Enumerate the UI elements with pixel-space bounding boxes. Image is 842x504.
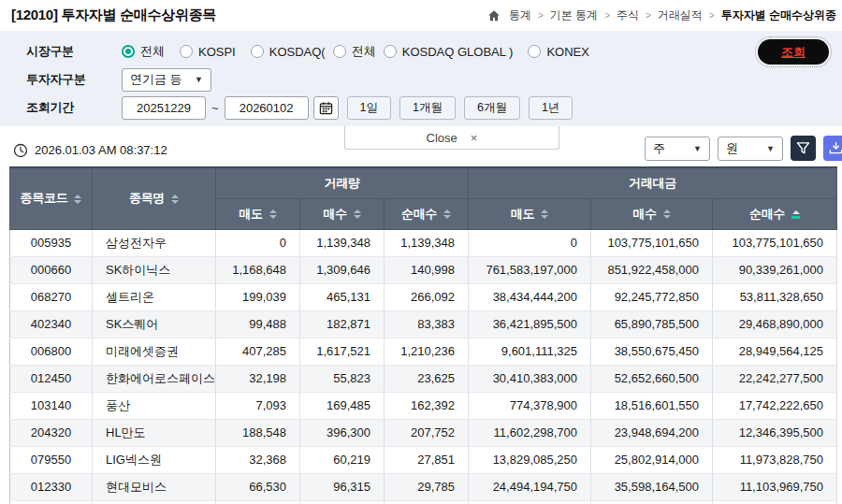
stock-name: 현대모비스 [93, 473, 216, 500]
filter-row-market: 시장구분 전체 KOSPI KOSDAQ( 전체 KOSDAQ GLOBAL )… [26, 37, 842, 65]
radio-kospi[interactable]: KOSPI [180, 45, 236, 59]
radio-all[interactable]: 전체 [122, 43, 165, 60]
group-header-value: 거래대금 [469, 167, 837, 198]
table-row[interactable]: 068270셀트리온199,039465,131266,09238,434,44… [10, 283, 837, 310]
cell-value: 53,811,328,650 [713, 283, 837, 310]
home-icon[interactable] [487, 9, 501, 22]
table-row[interactable]: 012450한화에어로스페이스32,19855,82323,62530,410,… [10, 365, 837, 392]
table-row[interactable]: 079550LIG넥스원32,36860,21927,85113,829,085… [10, 446, 837, 473]
sort-icon[interactable] [663, 209, 671, 219]
stock-name: 풍산 [93, 392, 216, 419]
cell-value: 1,168,648 [216, 256, 300, 283]
breadcrumb-separator: > [646, 10, 651, 21]
chevron-down-icon: ▼ [766, 144, 775, 153]
table-row[interactable]: 012330현대모비스66,53096,31529,78524,494,194,… [10, 473, 837, 500]
table-row[interactable]: 103140풍산7,093169,485162,392774,378,90018… [10, 392, 837, 419]
cell-value: 90,339,261,000 [713, 256, 837, 283]
cell-value: 169,485 [300, 392, 385, 419]
cell-value: 266,092 [385, 283, 469, 310]
cell-value: 25,802,914,000 [591, 446, 713, 473]
cell-value: 761,583,197,000 [469, 256, 591, 283]
radio-kosdaq-global[interactable]: KOSDAQ GLOBAL ) [384, 45, 514, 59]
table-row[interactable]: 006800미래에셋증권407,2851,617,5211,210,2369,6… [10, 338, 837, 365]
cell-value: 11,602,298,700 [469, 419, 591, 446]
col-header-val-net[interactable]: 순매수 [713, 198, 837, 229]
cell-value: 66,530 [216, 473, 300, 500]
sort-icon[interactable] [541, 209, 548, 219]
breadcrumb-item[interactable]: 거래실적 [658, 7, 703, 23]
cell-value: 140,998 [385, 256, 469, 283]
toolbar-tools: 주 ▼ 원 ▼ [645, 136, 842, 161]
filter-button[interactable] [791, 136, 816, 161]
title-bar: [12010] 투자자별 순매수상위종목 통계> 기본 통계> 주식> 거래실적… [0, 0, 842, 31]
radio-konex[interactable]: KONEX [528, 45, 589, 59]
cell-value: 83,383 [385, 310, 469, 338]
sort-icon[interactable] [74, 194, 81, 204]
cell-value: 1,210,236 [385, 338, 469, 365]
market-label: 시장구분 [26, 43, 122, 60]
cell-value: 903,805,800 [469, 500, 591, 504]
stock-code: 000660 [10, 256, 93, 283]
table-row[interactable]: 005935삼성전자우01,139,3481,139,3480103,775,1… [10, 229, 837, 256]
radio-selected-icon [122, 45, 135, 58]
sort-icon[interactable] [354, 209, 361, 219]
search-button[interactable]: 조회 [758, 39, 829, 65]
col-header-vol-sell[interactable]: 매도 [216, 198, 300, 229]
col-header-vol-net[interactable]: 순매수 [385, 198, 469, 229]
table-row[interactable]: 000660SK하이닉스1,168,6481,309,646140,998761… [10, 256, 837, 283]
breadcrumb-item[interactable]: 통계 [509, 7, 531, 23]
period-1month-button[interactable]: 1개월 [399, 96, 456, 120]
cell-value: 774,378,900 [469, 392, 591, 419]
download-button[interactable] [823, 136, 842, 161]
investor-select[interactable]: 연기금 등 ▼ [122, 68, 211, 92]
cell-value: 29,785 [385, 473, 469, 500]
cell-value: 30,410,383,000 [469, 365, 591, 392]
period-6month-button[interactable]: 6개월 [464, 96, 520, 120]
stock-name: 미래에셋증권 [93, 338, 216, 365]
period-1day-button[interactable]: 1일 [347, 96, 391, 120]
close-icon[interactable]: × [471, 131, 478, 145]
cell-value: 96,315 [300, 473, 385, 500]
date-to-input[interactable] [225, 96, 309, 120]
cell-value: 35,598,164,500 [591, 473, 713, 500]
breadcrumb-item[interactable]: 주식 [617, 7, 639, 23]
sort-icon[interactable] [443, 209, 451, 219]
col-header-name[interactable]: 종목명 [93, 167, 216, 229]
calendar-button[interactable] [313, 96, 339, 120]
cell-value: 23,948,694,200 [591, 419, 713, 446]
cell-value: 103,775,101,650 [713, 229, 837, 256]
cell-value: 52,652,660,500 [591, 365, 713, 392]
unit-share-select[interactable]: 주 ▼ [645, 137, 710, 161]
stock-code: 006800 [10, 338, 93, 365]
stock-code: 402340 [10, 310, 93, 338]
cell-value: 1,309,646 [300, 256, 385, 283]
cell-value: 55,823 [300, 365, 385, 392]
unit-currency-select[interactable]: 원 ▼ [718, 137, 783, 161]
chevron-down-icon: ▼ [195, 75, 203, 84]
sort-icon-active[interactable] [791, 210, 800, 219]
table-row[interactable]: 204320HL만도188,548396,300207,75211,602,29… [10, 419, 837, 446]
breadcrumb-item-current: 투자자별 순매수상위종 [721, 7, 836, 23]
col-header-code[interactable]: 종목코드 [10, 167, 93, 229]
col-header-val-buy[interactable]: 매수 [591, 198, 713, 229]
col-header-val-sell[interactable]: 매도 [469, 198, 591, 229]
period-1year-button[interactable]: 1년 [529, 96, 573, 120]
tab-close[interactable]: Close × [344, 126, 559, 150]
table-row[interactable]: 402340SK스퀘어99,488182,87183,38336,421,895… [10, 310, 837, 338]
cell-value: 103,775,101,650 [591, 229, 713, 256]
table-row[interactable]: 095340ISC8,16888,04979,881903,805,80010,… [10, 500, 837, 504]
group-header-volume: 거래량 [216, 167, 469, 198]
sort-icon[interactable] [171, 194, 179, 204]
col-header-vol-buy[interactable]: 매수 [300, 198, 385, 229]
stock-code: 005935 [10, 229, 93, 256]
date-from-input[interactable] [122, 96, 206, 120]
stock-code: 079550 [10, 446, 93, 473]
radio-kosdaq[interactable]: KOSDAQ( [251, 45, 326, 59]
radio-kosdaq-all[interactable]: 전체 [333, 43, 376, 60]
cell-value: 182,871 [300, 310, 385, 338]
sort-icon[interactable] [269, 209, 277, 219]
radio-icon [251, 45, 264, 58]
cell-value: 407,285 [216, 338, 300, 365]
timestamp-text: 2026.01.03 AM 08:37:12 [35, 143, 167, 157]
breadcrumb-item[interactable]: 기본 통계 [550, 7, 598, 23]
